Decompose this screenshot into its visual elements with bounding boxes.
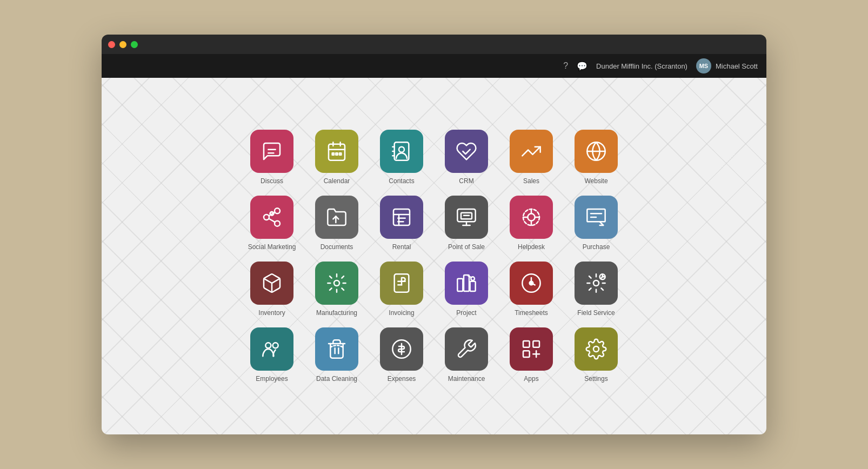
traffic-lights xyxy=(108,41,138,48)
svg-rect-8 xyxy=(339,153,341,155)
window: ? 💬 Dunder Mifflin Inc. (Scranton) MS Mi… xyxy=(102,35,766,434)
app-item-apps[interactable]: Apps xyxy=(504,327,558,383)
settings-icon xyxy=(575,327,618,371)
svg-rect-64 xyxy=(523,341,530,347)
app-item-discuss[interactable]: Discuss xyxy=(245,130,299,185)
website-icon xyxy=(575,130,618,173)
app-item-employees[interactable]: Employees xyxy=(245,327,299,383)
app-item-purchase[interactable]: Purchase xyxy=(569,196,623,251)
social-marketing-label: Social Marketing xyxy=(248,243,296,251)
svg-point-69 xyxy=(593,346,599,352)
svg-rect-23 xyxy=(393,209,410,225)
help-icon[interactable]: ? xyxy=(563,61,568,71)
discuss-label: Discuss xyxy=(261,177,283,185)
svg-rect-66 xyxy=(523,351,530,357)
inventory-icon xyxy=(250,262,293,305)
user-section[interactable]: MS Michael Scott xyxy=(696,58,758,73)
purchase-icon xyxy=(575,196,618,239)
app-item-project[interactable]: Project xyxy=(439,262,493,317)
svg-rect-49 xyxy=(464,275,469,291)
app-item-field-service[interactable]: Field Service xyxy=(569,262,623,317)
svg-point-60 xyxy=(273,343,278,348)
app-item-invoicing[interactable]: Invoicing xyxy=(375,262,429,317)
point-of-sale-icon xyxy=(445,196,488,239)
svg-point-16 xyxy=(275,208,280,213)
chat-icon[interactable]: 💬 xyxy=(577,61,587,71)
app-item-manufacturing[interactable]: Manufacturing xyxy=(310,262,364,317)
website-label: Website xyxy=(584,177,607,185)
helpdesk-label: Helpdesk xyxy=(518,243,545,251)
app-item-social-marketing[interactable]: Social Marketing xyxy=(245,196,299,251)
svg-point-18 xyxy=(275,221,280,226)
maintenance-label: Maintenance xyxy=(448,375,485,383)
maintenance-icon xyxy=(445,327,488,371)
employees-icon xyxy=(250,327,293,371)
app-item-calendar[interactable]: Calendar xyxy=(310,130,364,185)
close-button[interactable] xyxy=(108,41,115,48)
settings-label: Settings xyxy=(584,375,607,383)
svg-point-10 xyxy=(399,147,404,152)
app-item-point-of-sale[interactable]: Point of Sale xyxy=(439,196,493,251)
helpdesk-icon xyxy=(510,196,553,239)
crm-icon xyxy=(445,130,488,173)
topbar: ? 💬 Dunder Mifflin Inc. (Scranton) MS Mi… xyxy=(102,54,766,78)
svg-rect-50 xyxy=(470,282,476,291)
timesheets-icon xyxy=(510,262,553,305)
manufacturing-label: Manufacturing xyxy=(316,309,357,317)
app-item-expenses[interactable]: Expenses xyxy=(375,327,429,383)
purchase-label: Purchase xyxy=(583,243,610,251)
calendar-label: Calendar xyxy=(324,177,350,185)
main-content: DiscussCalendarContactsCRMSalesWebsiteSo… xyxy=(102,78,766,434)
app-item-settings[interactable]: Settings xyxy=(569,327,623,383)
apps-icon xyxy=(510,327,553,371)
documents-icon xyxy=(315,196,358,239)
svg-rect-39 xyxy=(587,209,605,222)
rental-label: Rental xyxy=(392,243,411,251)
inventory-label: Inventory xyxy=(258,309,285,317)
app-item-timesheets[interactable]: Timesheets xyxy=(504,262,558,317)
app-item-sales[interactable]: Sales xyxy=(504,130,558,185)
invoicing-icon xyxy=(380,262,423,305)
apps-label: Apps xyxy=(524,375,538,383)
maximize-button[interactable] xyxy=(131,41,138,48)
invoicing-label: Invoicing xyxy=(389,309,414,317)
app-item-contacts[interactable]: Contacts xyxy=(375,130,429,185)
app-item-helpdesk[interactable]: Helpdesk xyxy=(504,196,558,251)
app-item-website[interactable]: Website xyxy=(569,130,623,185)
field-service-icon xyxy=(575,262,618,305)
project-label: Project xyxy=(456,309,476,317)
user-name: Michael Scott xyxy=(716,62,758,70)
minimize-button[interactable] xyxy=(119,41,126,48)
expenses-icon xyxy=(380,327,423,371)
app-item-data-cleaning[interactable]: Data Cleaning xyxy=(310,327,364,383)
social-marketing-icon xyxy=(250,196,293,239)
rental-icon xyxy=(380,196,423,239)
svg-point-55 xyxy=(593,280,599,286)
app-item-rental[interactable]: Rental xyxy=(375,196,429,251)
point-of-sale-label: Point of Sale xyxy=(448,243,485,251)
svg-point-54 xyxy=(530,282,533,285)
svg-point-17 xyxy=(264,215,269,220)
apps-grid: DiscussCalendarContactsCRMSalesWebsiteSo… xyxy=(234,119,634,393)
app-item-inventory[interactable]: Inventory xyxy=(245,262,299,317)
contacts-label: Contacts xyxy=(389,177,414,185)
sales-icon xyxy=(510,130,553,173)
crm-label: CRM xyxy=(459,177,473,185)
svg-rect-2 xyxy=(329,144,345,160)
contacts-icon xyxy=(380,130,423,173)
svg-point-59 xyxy=(265,343,271,348)
title-bar xyxy=(102,35,766,54)
field-service-label: Field Service xyxy=(577,309,615,317)
avatar: MS xyxy=(696,58,711,73)
sales-label: Sales xyxy=(523,177,539,185)
company-name: Dunder Mifflin Inc. (Scranton) xyxy=(596,62,687,70)
svg-rect-48 xyxy=(457,279,463,291)
app-item-documents[interactable]: Documents xyxy=(310,196,364,251)
svg-point-33 xyxy=(528,213,535,220)
data-cleaning-label: Data Cleaning xyxy=(316,375,357,383)
app-item-maintenance[interactable]: Maintenance xyxy=(439,327,493,383)
app-item-crm[interactable]: CRM xyxy=(439,130,493,185)
svg-point-43 xyxy=(334,280,339,286)
discuss-icon xyxy=(250,130,293,173)
svg-line-19 xyxy=(269,219,275,223)
